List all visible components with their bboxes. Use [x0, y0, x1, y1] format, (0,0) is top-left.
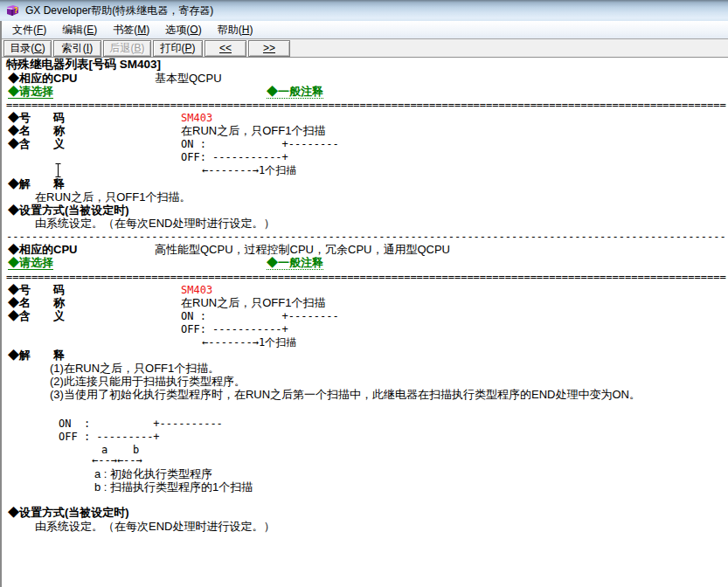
meaning-label: ◆含 义: [8, 138, 65, 150]
contents-button[interactable]: 目录(C): [3, 40, 52, 57]
timing-on-line: ON : +--------: [181, 310, 339, 322]
cpu-label: ◆相应的CPU: [8, 244, 77, 256]
general-note-link[interactable]: ◆一般注释: [267, 257, 323, 270]
window-title: GX Developer帮助(特殊继电器，寄存器): [25, 3, 213, 18]
explain-text: (2)此连接只能用于扫描执行类型程序。: [50, 376, 246, 388]
separator-double-1: ========================================…: [6, 99, 726, 111]
timing-off-line: OFF : ---------+: [59, 431, 160, 443]
select-link[interactable]: ◆请选择: [8, 257, 53, 270]
cpu-value: 高性能型QCPU，过程控制CPU，冗余CPU，通用型QCPU: [155, 244, 450, 256]
explain-text: (3)当使用了初始化执行类型程序时，在RUN之后第一个扫描中，此继电器在扫描执行…: [50, 389, 641, 401]
toolbar: 目录(C)索引(I)后退(B)打印(P)<<>>: [2, 39, 728, 58]
number-value: SM403: [181, 284, 212, 296]
help-content: 特殊继电器列表[号码 SM403]◆相应的CPU基本型QCPU◆请选择◆一般注释…: [2, 58, 728, 587]
menu-help[interactable]: 帮助(H): [210, 21, 261, 39]
explain-text: (1)在RUN之后，只OFF1个扫描。: [50, 363, 219, 375]
menu-edit[interactable]: 编辑(E): [54, 21, 105, 39]
ibeam-cursor: [54, 162, 62, 178]
svg-text:?: ?: [14, 7, 18, 15]
number-label: ◆号 码: [8, 284, 65, 296]
separator-double-2: ========================================…: [6, 271, 726, 283]
select-link[interactable]: ◆请选择: [8, 86, 53, 99]
cpu-value: 基本型QCPU: [155, 73, 222, 85]
name-value: 在RUN之后，只OFF1个扫描: [181, 297, 325, 309]
back-button: 后退(B): [103, 40, 151, 57]
timing-span-line: ←-------→1个扫描: [202, 336, 296, 349]
cpu-label: ◆相应的CPU: [8, 73, 77, 85]
general-note-link[interactable]: ◆一般注释: [267, 86, 323, 99]
timing-on-line: ON : +----------: [59, 418, 223, 430]
set-method-text: 由系统设定。（在每次END处理时进行设定。）: [35, 521, 274, 533]
name-label: ◆名 称: [8, 125, 65, 137]
menu-bookmark[interactable]: 书签(M): [105, 21, 157, 39]
timing-off-line: OFF: -----------+: [181, 151, 288, 163]
help-window: ? GX Developer帮助(特殊继电器，寄存器) 文件(F)编辑(E)书签…: [0, 0, 728, 587]
number-value: SM403: [181, 112, 212, 124]
timing-off-line: OFF: -----------+: [181, 323, 288, 335]
set-method-label: ◆设置方式(当被设定时): [8, 204, 129, 217]
topic-title-text: 特殊继电器列表[号码 SM403]: [6, 59, 161, 71]
titlebar: ? GX Developer帮助(特殊继电器，寄存器): [0, 0, 728, 21]
timing-on-line: ON : +--------: [181, 138, 339, 150]
number-label: ◆号 码: [8, 112, 65, 124]
explain-label: ◆解 释: [8, 178, 65, 190]
separator-dashed: ----------------------------------------…: [6, 231, 726, 243]
name-label: ◆名 称: [8, 297, 65, 309]
legend-a: a : 初始化执行类型程序: [94, 468, 212, 480]
browse-prev-button[interactable]: <<: [205, 40, 246, 57]
timing-span-line: ←-------→1个扫描: [202, 164, 296, 176]
menu-options[interactable]: 选项(O): [157, 21, 209, 39]
browse-next-button[interactable]: >>: [248, 40, 290, 57]
explain-text: 在RUN之后，只OFF1个扫描。: [35, 191, 191, 204]
menu-file[interactable]: 文件(F): [4, 21, 54, 39]
set-method-label: ◆设置方式(当被设定时): [8, 507, 129, 519]
explain-label: ◆解 释: [8, 349, 65, 362]
help-book-icon: ?: [5, 3, 20, 17]
name-value: 在RUN之后，只OFF1个扫描: [181, 125, 325, 137]
menubar: 文件(F)编辑(E)书签(M)选项(O)帮助(H): [2, 21, 728, 39]
print-button[interactable]: 打印(P): [153, 40, 203, 57]
ab-arrows: ←--→←--→: [92, 454, 142, 466]
set-method-text: 由系统设定。（在每次END处理时进行设定。）: [35, 218, 274, 230]
meaning-label: ◆含 义: [8, 310, 65, 322]
legend-b: b : 扫描执行类型程序的1个扫描: [94, 481, 253, 494]
index-button[interactable]: 索引(I): [53, 40, 101, 57]
